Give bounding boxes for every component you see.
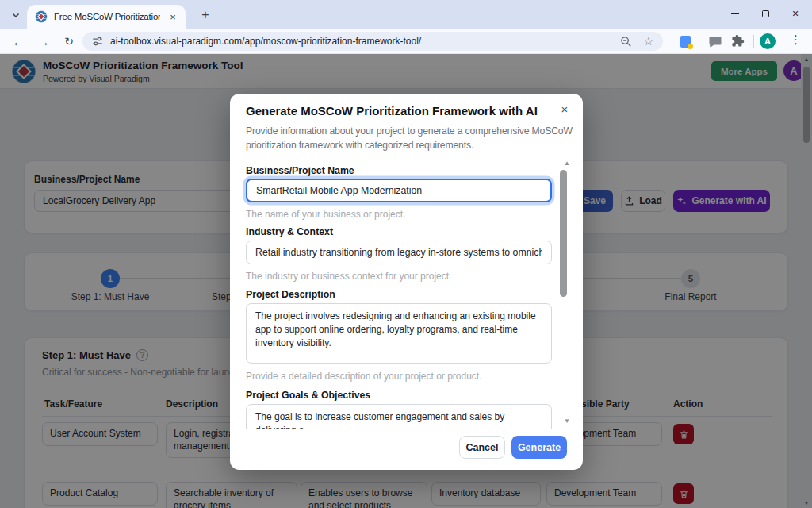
browser-tab[interactable]: Free MoSCoW Prioritization Fra × [27, 5, 186, 29]
bookmark-star-icon[interactable]: ☆ [643, 36, 653, 47]
generate-button[interactable]: Generate [511, 436, 567, 459]
site-favicon-icon [35, 10, 48, 23]
app-viewport: MoSCoW Prioritization Framework Tool Pow… [0, 54, 812, 508]
window-maximize-button[interactable] [750, 0, 780, 27]
tab-title: Free MoSCoW Prioritization Fra [54, 12, 160, 21]
chevron-down-icon [11, 10, 21, 20]
url-bar[interactable]: ai-toolbox.visual-paradigm.com/app/mosco… [82, 32, 663, 51]
window-minimize-button[interactable] [720, 0, 750, 27]
modal-form-scroll-area: Business/Project Name The name of your b… [230, 159, 583, 429]
maximize-icon [762, 10, 769, 17]
modal-scroll-down-icon[interactable]: ▼ [564, 418, 570, 425]
business-name-label: Business/Project Name [246, 165, 354, 176]
toolbar-separator [753, 35, 754, 48]
chat-extension-icon[interactable] [709, 36, 722, 48]
modal-title: Generate MoSCoW Prioritization Framework… [246, 104, 538, 117]
project-description-label: Project Description [246, 289, 335, 300]
browser-profile-avatar[interactable]: A [760, 33, 776, 49]
minimize-icon [731, 13, 739, 14]
modal-scrollbar-thumb[interactable] [560, 170, 567, 297]
forward-button[interactable]: → [33, 32, 54, 51]
browser-toolbar: ← → ↻ ai-toolbox.visual-paradigm.com/app… [0, 29, 812, 54]
browser-window: Free MoSCoW Prioritization Fra × + × ← →… [0, 0, 812, 508]
back-button[interactable]: ← [8, 32, 29, 51]
modal-scroll-up-icon[interactable]: ▲ [564, 160, 570, 167]
tab-close-icon[interactable]: × [167, 10, 179, 23]
project-goals-textarea[interactable]: The goal is to increase customer engagem… [246, 404, 552, 429]
zoom-out-icon[interactable] [620, 36, 632, 48]
modal-subtitle: Provide information about your project t… [246, 124, 574, 153]
window-close-button[interactable]: × [780, 0, 810, 27]
extensions-puzzle-icon[interactable] [731, 34, 745, 48]
new-tab-button[interactable]: + [197, 6, 214, 24]
generate-ai-modal: × Generate MoSCoW Prioritization Framewo… [230, 94, 583, 470]
business-name-input[interactable] [246, 179, 552, 202]
modal-close-button[interactable]: × [557, 101, 573, 117]
industry-help: The industry or business context for you… [246, 271, 451, 282]
tab-strip: Free MoSCoW Prioritization Fra × + × [0, 0, 812, 29]
project-goals-label: Project Goals & Objectives [246, 390, 370, 401]
cancel-button[interactable]: Cancel [459, 436, 505, 459]
project-description-help: Provide a detailed description of your p… [246, 371, 482, 382]
site-info-icon [92, 36, 103, 47]
project-description-textarea[interactable]: The project involves redesigning and enh… [246, 303, 552, 364]
close-icon: × [792, 7, 799, 20]
industry-input[interactable] [246, 241, 552, 264]
industry-label: Industry & Context [246, 226, 333, 237]
tab-search-button[interactable] [6, 6, 25, 25]
window-controls: × [720, 0, 810, 27]
docs-extension-icon[interactable] [680, 36, 691, 48]
url-text: ai-toolbox.visual-paradigm.com/app/mosco… [110, 36, 614, 47]
business-name-help: The name of your business or project. [246, 209, 405, 220]
browser-menu-icon[interactable]: ⋮ [790, 33, 802, 47]
refresh-button[interactable]: ↻ [59, 32, 79, 51]
